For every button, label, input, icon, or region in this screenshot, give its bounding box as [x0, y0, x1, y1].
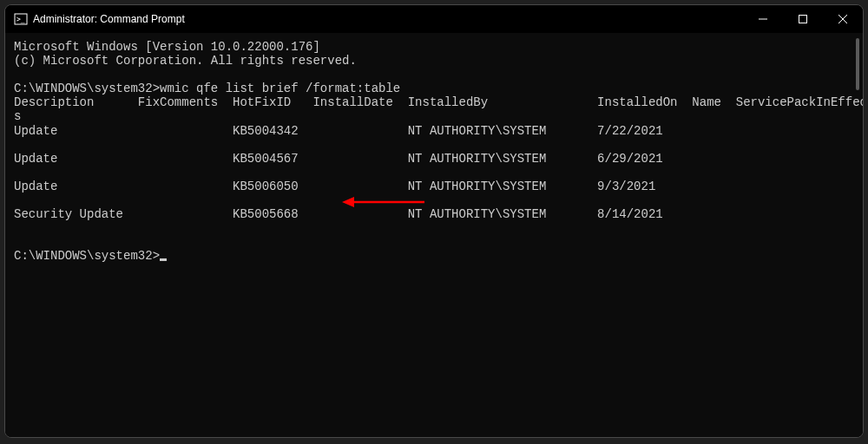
svg-text:>_: >_	[16, 16, 25, 23]
window-title: Administrator: Command Prompt	[33, 13, 743, 25]
command-prompt-window: >_ Administrator: Command Prompt Microso…	[4, 4, 864, 438]
scrollbar-thumb[interactable]	[856, 38, 859, 90]
minimize-button[interactable]	[743, 5, 783, 33]
close-button[interactable]	[823, 5, 863, 33]
titlebar[interactable]: >_ Administrator: Command Prompt	[5, 5, 863, 33]
terminal-output[interactable]: Microsoft Windows [Version 10.0.22000.17…	[5, 33, 863, 437]
maximize-button[interactable]	[783, 5, 823, 33]
svg-rect-3	[799, 16, 807, 23]
cmd-icon: >_	[14, 12, 28, 26]
cursor	[160, 258, 167, 261]
window-controls	[743, 5, 863, 33]
